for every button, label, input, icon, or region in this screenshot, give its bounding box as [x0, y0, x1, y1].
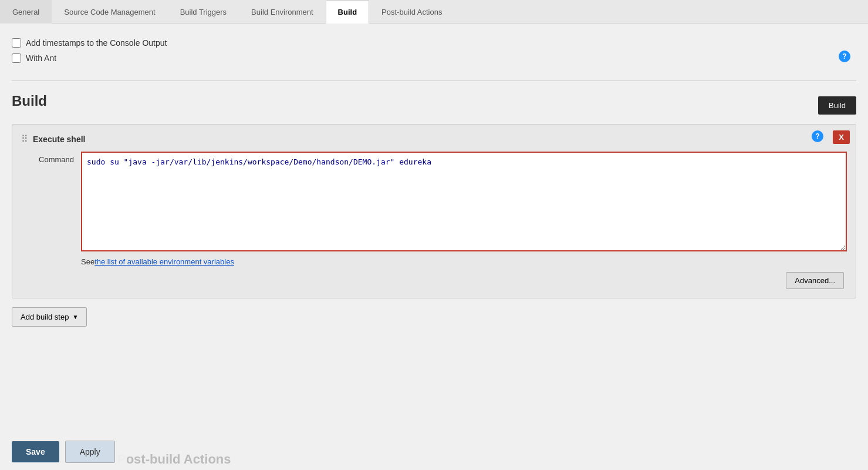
- build-environment-section: Add timestamps to the Console Output Wit…: [12, 32, 856, 81]
- add-build-step-label: Add build step: [21, 313, 69, 321]
- tab-source-code-management[interactable]: Source Code Management: [52, 0, 167, 24]
- with-ant-label: With Ant: [26, 53, 56, 63]
- execute-shell-help-icon[interactable]: ?: [812, 130, 823, 142]
- bottom-bar: Add build step ▼: [12, 298, 856, 335]
- tab-build-environment[interactable]: Build Environment: [239, 0, 326, 24]
- checkbox-row-timestamps: Add timestamps to the Console Output: [12, 38, 856, 48]
- main-content: Add timestamps to the Console Output Wit…: [0, 24, 868, 470]
- footer-bar: Save Apply: [0, 434, 127, 470]
- build-environment-help-icon[interactable]: ?: [839, 51, 850, 62]
- tab-bar: General Source Code Management Build Tri…: [0, 0, 868, 24]
- env-vars-row: See the list of available environment va…: [21, 257, 847, 266]
- command-label: Command: [21, 152, 74, 164]
- save-button[interactable]: Save: [12, 441, 59, 462]
- execute-shell-title: Execute shell: [33, 135, 86, 144]
- tab-post-build-actions[interactable]: Post-build Actions: [369, 0, 454, 24]
- with-ant-checkbox[interactable]: [12, 53, 21, 63]
- execute-shell-card: ⠿ Execute shell X ? Command sudo su "jav…: [12, 124, 856, 298]
- tab-build-triggers[interactable]: Build Triggers: [168, 0, 239, 24]
- checkbox-row-with-ant: With Ant: [12, 53, 856, 63]
- card-header: ⠿ Execute shell: [21, 133, 847, 145]
- build-section-title: Build: [12, 93, 47, 109]
- command-textarea[interactable]: sudo su "java -jar/var/lib/jenkins/works…: [81, 152, 847, 251]
- timestamps-checkbox[interactable]: [12, 38, 21, 48]
- delete-button[interactable]: X: [833, 130, 850, 144]
- tab-general[interactable]: General: [0, 0, 52, 24]
- dropdown-arrow-icon: ▼: [72, 314, 78, 320]
- env-vars-link[interactable]: the list of available environment variab…: [94, 257, 234, 266]
- drag-handle-icon[interactable]: ⠿: [21, 133, 28, 145]
- build-button[interactable]: Build: [818, 96, 856, 115]
- advanced-row: Advanced...: [21, 272, 847, 289]
- add-build-step-button[interactable]: Add build step ▼: [12, 307, 87, 327]
- env-vars-text: See: [81, 257, 94, 266]
- advanced-button[interactable]: Advanced...: [786, 272, 844, 289]
- build-header-row: Build Build: [12, 93, 856, 118]
- build-section: Build Build ⠿ Execute shell X ? Command …: [12, 93, 856, 335]
- tab-build[interactable]: Build: [326, 0, 370, 24]
- command-row: Command sudo su "java -jar/var/lib/jenki…: [21, 152, 847, 251]
- apply-button[interactable]: Apply: [65, 441, 115, 463]
- timestamps-label: Add timestamps to the Console Output: [26, 38, 167, 48]
